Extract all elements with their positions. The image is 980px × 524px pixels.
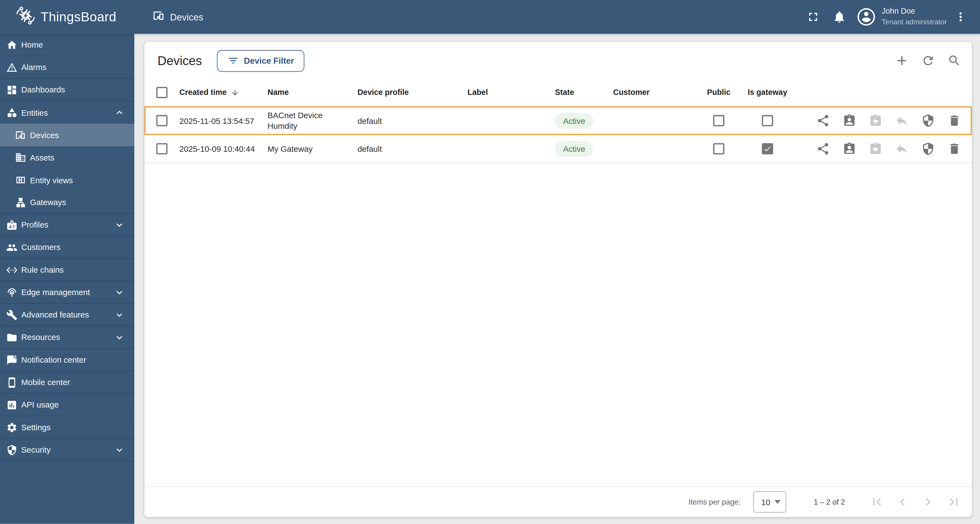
make-private-icon <box>894 142 910 156</box>
advanced-features-tools-icon <box>6 309 18 320</box>
sidebar-item-security[interactable]: Security <box>0 439 134 461</box>
row-select-cell <box>145 115 168 126</box>
sidebar-item-entities[interactable]: Entities <box>0 101 134 124</box>
user-avatar[interactable] <box>858 8 875 26</box>
search-icon <box>947 54 961 68</box>
devices-icon <box>15 129 26 140</box>
cell-created-time: 2025-10-09 10:40:44 <box>168 144 256 153</box>
share-icon[interactable] <box>816 142 831 156</box>
devices-card: Devices Device Filter <box>145 42 972 517</box>
public-checkbox[interactable] <box>713 115 724 126</box>
last-page-button[interactable] <box>947 494 961 510</box>
column-header-created-time[interactable]: Created time <box>168 88 256 97</box>
alarm-warning-icon <box>6 62 18 73</box>
sidebar-item-dashboards[interactable]: Dashboards <box>0 79 134 101</box>
row-checkbox[interactable] <box>156 143 167 154</box>
column-header-public[interactable]: Public <box>694 88 743 97</box>
sidebar: Home Alarms Dashboards Entities Devices <box>0 33 134 524</box>
sidebar-item-alarms[interactable]: Alarms <box>0 56 134 79</box>
sidebar-item-notification-center[interactable]: Notification center <box>0 349 134 371</box>
row-checkbox[interactable] <box>156 115 167 126</box>
is-gateway-checkbox[interactable] <box>762 115 773 126</box>
sidebar-item-profiles[interactable]: Profiles <box>0 214 134 236</box>
column-header-customer[interactable]: Customer <box>601 88 695 97</box>
notifications-button[interactable] <box>832 9 847 24</box>
sidebar-item-api-usage[interactable]: API usage <box>0 394 134 416</box>
devices-icon <box>153 9 165 24</box>
unassign-from-customer-icon <box>868 142 883 156</box>
chevron-down-icon <box>114 444 125 456</box>
devices-toolbar: Devices Device Filter <box>145 42 972 79</box>
next-page-button[interactable] <box>921 494 936 510</box>
entities-icon <box>6 107 18 118</box>
sidebar-item-home[interactable]: Home <box>0 33 134 56</box>
sidebar-item-customers[interactable]: Customers <box>0 236 134 259</box>
table-row[interactable]: 2025-10-09 10:40:44 My Gateway default A… <box>145 135 972 163</box>
status-badge: Active <box>555 113 593 129</box>
sidebar-item-mobile-center[interactable]: Mobile center <box>0 371 134 394</box>
column-header-state[interactable]: State <box>543 88 601 97</box>
sidebar-item-gateways[interactable]: Gateways <box>0 191 134 213</box>
assign-to-customer-icon[interactable] <box>842 142 857 156</box>
assign-to-customer-icon[interactable] <box>842 113 857 128</box>
sidebar-item-entity-views[interactable]: Entity views <box>0 169 134 191</box>
chevron-down-icon <box>114 332 125 343</box>
row-actions <box>792 113 972 128</box>
refresh-icon <box>921 54 935 68</box>
sidebar-item-assets[interactable]: Assets <box>0 146 134 169</box>
unassign-from-customer-icon <box>868 113 883 128</box>
previous-page-button[interactable] <box>895 494 910 510</box>
public-checkbox[interactable] <box>713 143 724 154</box>
filter-icon <box>228 55 239 66</box>
brand[interactable]: ThingsBoard <box>0 5 116 29</box>
sidebar-item-advanced-features[interactable]: Advanced features <box>0 304 134 326</box>
delete-icon[interactable] <box>947 142 962 156</box>
cell-name: My Gateway <box>256 143 345 154</box>
make-private-icon <box>894 113 910 128</box>
top-app-bar: ThingsBoard Devices <box>0 0 980 33</box>
caret-down-icon <box>775 500 781 504</box>
device-filter-button[interactable]: Device Filter <box>217 50 305 72</box>
add-device-button[interactable] <box>894 53 910 68</box>
share-icon[interactable] <box>816 113 831 128</box>
breadcrumb: Devices <box>153 9 204 24</box>
more-menu-button[interactable] <box>953 9 968 24</box>
home-icon <box>6 39 18 50</box>
entity-views-icon <box>15 175 26 186</box>
manage-credentials-icon[interactable] <box>921 113 936 128</box>
first-page-button[interactable] <box>869 494 884 510</box>
notification-center-icon <box>6 354 18 365</box>
shield-icon <box>6 444 18 456</box>
column-header-device-profile[interactable]: Device profile <box>345 88 455 97</box>
search-button[interactable] <box>947 53 962 68</box>
fullscreen-button[interactable] <box>805 9 821 24</box>
is-gateway-checkbox[interactable] <box>762 143 773 154</box>
sidebar-item-settings[interactable]: Settings <box>0 416 134 439</box>
manage-credentials-icon[interactable] <box>921 142 936 156</box>
rule-chains-icon <box>6 264 18 276</box>
gateways-icon <box>15 197 26 208</box>
sidebar-item-rule-chains[interactable]: Rule chains <box>0 259 134 281</box>
delete-icon[interactable] <box>947 113 962 128</box>
cell-is-gateway <box>743 143 792 154</box>
table-row[interactable]: 2025-11-05 13:54:57 BACnet Device Humdit… <box>145 107 972 135</box>
refresh-button[interactable] <box>921 53 936 68</box>
cell-device-profile: default <box>345 116 455 125</box>
cell-device-profile: default <box>345 144 455 153</box>
column-header-name[interactable]: Name <box>256 88 345 97</box>
column-header-label[interactable]: Label <box>455 88 543 97</box>
select-all-checkbox[interactable] <box>156 87 167 98</box>
sidebar-item-devices[interactable]: Devices <box>0 124 134 146</box>
items-per-page-select[interactable]: 10 <box>753 491 786 513</box>
profiles-badge-icon <box>6 219 18 230</box>
status-badge: Active <box>555 141 593 156</box>
sidebar-item-resources[interactable]: Resources <box>0 326 134 349</box>
chevron-up-icon <box>114 107 125 118</box>
row-actions <box>792 142 972 156</box>
topbar-actions: John Doe Tenant administrator <box>805 7 968 27</box>
sort-desc-arrow-icon <box>231 88 239 97</box>
sidebar-item-edge-management[interactable]: Edge management <box>0 282 134 304</box>
resources-folder-icon <box>6 332 18 343</box>
column-header-is-gateway[interactable]: Is gateway <box>743 88 792 97</box>
cell-name: BACnet Device Humdity <box>256 110 345 131</box>
